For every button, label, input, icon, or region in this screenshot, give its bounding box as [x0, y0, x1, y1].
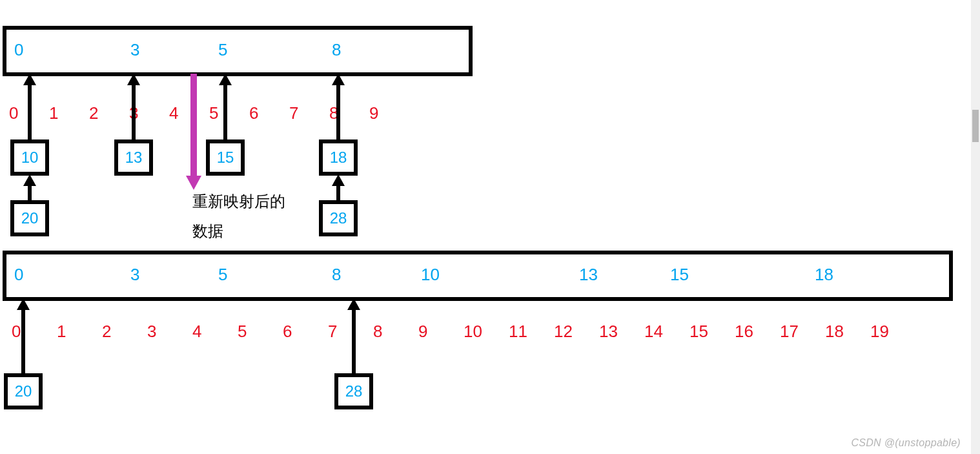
hash-slot-value: 13: [579, 265, 598, 285]
hash-slot-value: 8: [332, 265, 341, 285]
hash-node: 15: [206, 139, 245, 176]
arrow-shaft: [336, 185, 340, 200]
arrow-up-icon: [347, 298, 360, 310]
annotation-line1: 重新映射后的: [192, 187, 285, 215]
scrollbar-thumb[interactable]: [972, 110, 979, 142]
hash-slot-value: 5: [218, 40, 227, 60]
hash-slot-value: 0: [14, 40, 23, 60]
hash-node: 18: [319, 139, 358, 176]
index-label: 14: [644, 322, 663, 342]
index-label: 5: [209, 103, 218, 123]
hash-node: 10: [10, 139, 49, 176]
index-label: 1: [57, 322, 66, 342]
index-label: 2: [89, 103, 98, 123]
hash-table-top: [3, 26, 473, 76]
rehash-arrow-shaft: [190, 74, 197, 177]
arrow-up-icon: [23, 74, 36, 85]
hash-slot-value: 18: [815, 265, 833, 285]
index-label: 17: [780, 322, 799, 342]
arrow-up-icon: [127, 74, 140, 85]
index-label: 10: [464, 322, 482, 342]
index-label: 18: [825, 322, 844, 342]
index-label: 19: [870, 322, 889, 342]
hash-slot-value: 10: [421, 265, 440, 285]
hash-table-bottom: [3, 251, 953, 301]
annotation-line2: 数据: [192, 217, 223, 245]
index-label: 1: [49, 103, 58, 123]
hash-slot-value: 0: [14, 265, 23, 285]
scrollbar-track[interactable]: [971, 0, 980, 454]
index-label: 16: [735, 322, 753, 342]
watermark: CSDN @(unstoppable): [851, 437, 961, 449]
arrow-shaft: [28, 185, 32, 200]
arrow-shaft: [21, 309, 25, 373]
hash-slot-value: 5: [218, 265, 227, 285]
index-label: 0: [9, 103, 18, 123]
arrow-shaft: [336, 84, 340, 139]
arrow-shaft: [352, 309, 356, 373]
index-label: 7: [289, 103, 298, 123]
hash-node: 13: [114, 139, 153, 176]
index-label: 12: [554, 322, 573, 342]
index-label: 2: [102, 322, 111, 342]
index-label: 3: [147, 322, 156, 342]
index-label: 13: [599, 322, 618, 342]
index-label: 0: [12, 322, 21, 342]
index-label: 4: [169, 103, 178, 123]
arrow-up-icon: [332, 174, 345, 186]
hash-node: 20: [4, 373, 43, 409]
index-label: 8: [373, 322, 382, 342]
arrow-shaft: [132, 84, 136, 139]
index-label: 6: [283, 322, 292, 342]
index-label: 15: [689, 322, 708, 342]
index-label: 11: [509, 322, 527, 342]
arrow-up-icon: [332, 74, 345, 85]
hash-node: 28: [319, 200, 358, 236]
hash-node: 28: [334, 373, 373, 409]
index-label: 9: [418, 322, 427, 342]
arrow-up-icon: [23, 174, 36, 186]
index-label: 4: [192, 322, 201, 342]
arrow-shaft: [223, 84, 227, 139]
hash-slot-value: 3: [130, 40, 139, 60]
index-label: 6: [249, 103, 258, 123]
arrow-shaft: [28, 84, 32, 139]
arrow-up-icon: [17, 298, 30, 310]
index-label: 7: [328, 322, 337, 342]
hash-slot-value: 3: [130, 265, 139, 285]
index-label: 9: [369, 103, 378, 123]
index-label: 5: [238, 322, 247, 342]
hash-slot-value: 8: [332, 40, 341, 60]
hash-slot-value: 15: [670, 265, 689, 285]
arrow-up-icon: [219, 74, 232, 85]
hash-node: 20: [10, 200, 49, 236]
